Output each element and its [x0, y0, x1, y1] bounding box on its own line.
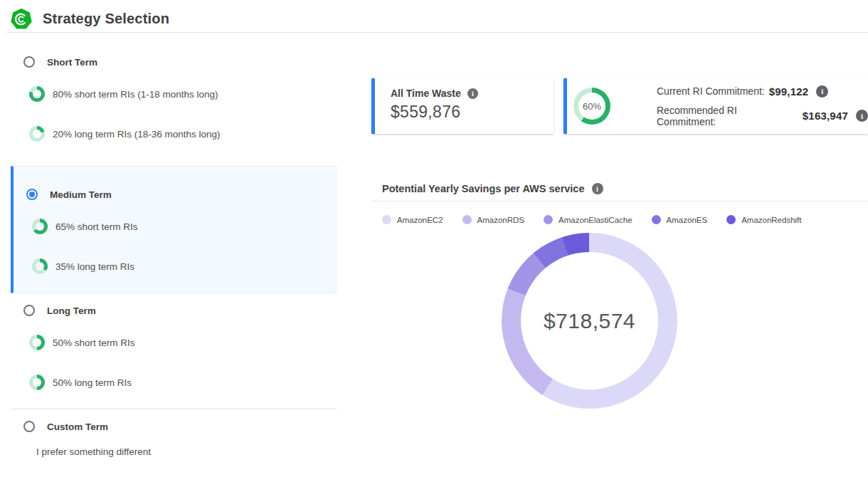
- recommended-ri-commitment-row: Recommended RI Commitment: $163,947 i: [657, 105, 868, 127]
- savings-donut-chart: $718,574: [502, 233, 677, 409]
- strategy-medium-term: Medium Term65% short term RIs35% long te…: [11, 166, 337, 293]
- allocation-donut-icon: [32, 258, 48, 274]
- commitment-progress-ring: 60%: [573, 88, 610, 125]
- legend-dot-icon: [544, 215, 553, 224]
- ri-commitment-card: 60% Current RI Commitment: $99,122 i Rec…: [563, 78, 868, 134]
- legend-label: AmazonRDS: [477, 216, 524, 224]
- allocation-label: 20% long term RIs (18-36 months long): [53, 129, 221, 140]
- legend-label: AmazonEC2: [397, 216, 443, 224]
- chart-header: Potential Yearly Savings per AWS service…: [371, 183, 868, 194]
- strategy-custom-term: Custom TermI prefer something different: [11, 409, 337, 474]
- all-time-waste-label: All Time Waste: [391, 88, 461, 99]
- strategy-list: Short Term80% short term RIs (1-18 month…: [11, 45, 337, 474]
- legend-item-AmazonRedshift[interactable]: AmazonRedshift: [726, 215, 801, 224]
- page-title: Strategy Selection: [43, 11, 169, 27]
- allocation-label: 50% long term RIs: [53, 377, 132, 388]
- strategy-long-term-label: Long Term: [47, 305, 96, 316]
- allocation-donut-icon: [29, 126, 45, 142]
- legend-label: AmazonElastiCache: [559, 216, 633, 224]
- legend-dot-icon: [462, 215, 472, 224]
- strategy-long-term-option[interactable]: Long Term: [11, 305, 337, 316]
- allocation-label: 80% short term RIs (1-18 months long): [53, 89, 218, 100]
- chart-info-icon[interactable]: i: [592, 183, 603, 194]
- strategy-medium-term-option[interactable]: Medium Term: [14, 189, 336, 200]
- strategy-detail-row: 50% long term RIs: [11, 375, 337, 390]
- header-divider: [7, 32, 868, 33]
- legend-label: AmazonES: [667, 216, 708, 224]
- allocation-donut-icon: [29, 86, 45, 102]
- recommended-ri-commitment-label: Recommended RI Commitment:: [657, 105, 798, 127]
- chart-divider: [371, 201, 868, 201]
- allocation-label: 65% short term RIs: [55, 221, 138, 232]
- legend-item-AmazonES[interactable]: AmazonES: [652, 215, 708, 224]
- strategy-short-term-option[interactable]: Short Term: [11, 56, 337, 68]
- allocation-donut-icon: [32, 219, 48, 234]
- current-ri-commitment-info-icon[interactable]: i: [816, 85, 828, 98]
- strategy-detail-row: 80% short term RIs (1-18 months long): [11, 86, 337, 102]
- current-ri-commitment-value: $99,122: [769, 85, 809, 98]
- allocation-donut-icon: [29, 335, 45, 350]
- recommended-ri-commitment-value: $163,947: [803, 110, 848, 122]
- radio-short-term[interactable]: [23, 56, 35, 68]
- all-time-waste-card: All Time Waste i $559,876: [371, 78, 554, 134]
- chart-title: Potential Yearly Savings per AWS service: [382, 183, 585, 194]
- allocation-label: 50% short term RIs: [53, 337, 135, 348]
- strategy-short-term: Short Term80% short term RIs (1-18 month…: [11, 45, 337, 159]
- strategy-custom-term-option[interactable]: Custom Term: [11, 421, 337, 432]
- legend-label: AmazonRedshift: [741, 216, 801, 224]
- cloudability-logo-icon: [11, 9, 32, 30]
- radio-long-term[interactable]: [23, 305, 35, 316]
- allocation-label: 35% long term RIs: [55, 261, 134, 272]
- legend-dot-icon: [726, 215, 736, 224]
- current-ri-commitment-row: Current RI Commitment: $99,122 i: [657, 85, 868, 98]
- custom-term-note: I prefer something different: [11, 446, 337, 457]
- legend-item-AmazonEC2[interactable]: AmazonEC2: [382, 215, 443, 224]
- all-time-waste-info-icon[interactable]: i: [467, 88, 478, 99]
- legend-dot-icon: [382, 215, 391, 224]
- recommended-ri-commitment-info-icon[interactable]: i: [856, 110, 868, 122]
- strategy-detail-row: 20% long term RIs (18-36 months long): [11, 126, 337, 142]
- legend-item-AmazonRDS[interactable]: AmazonRDS: [462, 215, 524, 224]
- strategy-detail-row: 35% long term RIs: [14, 258, 336, 274]
- legend-dot-icon: [652, 215, 661, 224]
- strategy-custom-term-label: Custom Term: [47, 422, 108, 432]
- allocation-donut-icon: [29, 375, 45, 390]
- strategy-long-term: Long Term50% short term RIs50% long term…: [11, 293, 337, 407]
- app-header: Strategy Selection: [0, 0, 868, 32]
- legend-item-AmazonElastiCache[interactable]: AmazonElastiCache: [544, 215, 633, 224]
- commitment-percent: 60%: [573, 88, 610, 125]
- donut-center-total: $718,574: [502, 233, 677, 409]
- radio-medium-term[interactable]: [26, 189, 38, 200]
- strategy-detail-row: 65% short term RIs: [14, 219, 336, 234]
- strategy-short-term-label: Short Term: [47, 57, 97, 68]
- current-ri-commitment-label: Current RI Commitment:: [657, 85, 765, 97]
- chart-legend: AmazonEC2AmazonRDSAmazonElastiCacheAmazo…: [371, 215, 868, 224]
- all-time-waste-value: $559,876: [391, 103, 554, 122]
- strategy-medium-term-label: Medium Term: [50, 189, 112, 200]
- summary-panel: All Time Waste i $559,876 60% Current RI…: [371, 78, 868, 409]
- stat-cards-row: All Time Waste i $559,876 60% Current RI…: [371, 78, 868, 134]
- strategy-detail-row: 50% short term RIs: [11, 335, 337, 350]
- radio-custom-term[interactable]: [23, 421, 35, 432]
